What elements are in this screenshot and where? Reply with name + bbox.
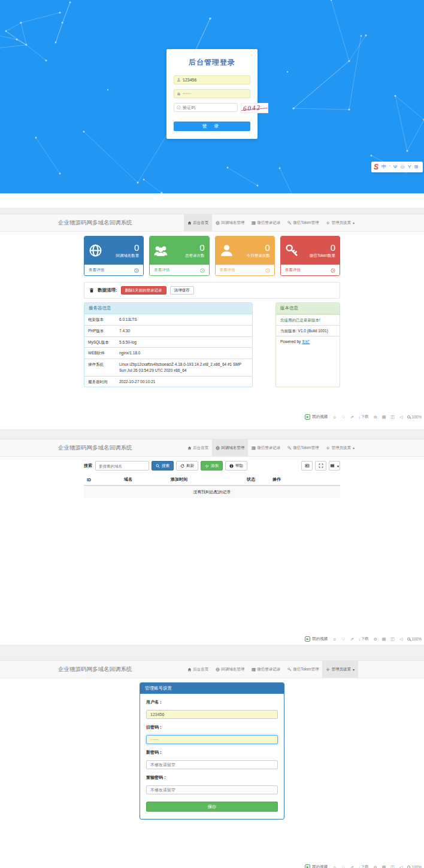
zoom-control[interactable]: 100% bbox=[407, 415, 422, 419]
stat-card-link[interactable]: 查看详情 bbox=[216, 265, 274, 275]
record-icon[interactable]: ⊖ bbox=[374, 865, 377, 868]
play-icon[interactable]: ▶ bbox=[305, 414, 310, 420]
heart-icon[interactable]: ♡ bbox=[341, 415, 345, 420]
username-input[interactable] bbox=[183, 78, 250, 82]
list-icon[interactable]: ▤ bbox=[382, 865, 386, 868]
nav-item-admin-settings[interactable]: 管理员设置▾ bbox=[322, 439, 358, 456]
nav-item-domains[interactable]: 回调域名管理 bbox=[212, 439, 248, 456]
record-icon[interactable]: ⊖ bbox=[374, 415, 377, 420]
username-field-wrap bbox=[174, 75, 250, 84]
nav-item-token[interactable]: 微信Token管理 bbox=[284, 439, 322, 456]
table-row: 操作系统Linux iZbp12cxaffzv4bcboeaciZ 4.18.0… bbox=[84, 359, 252, 377]
columns-button[interactable]: ▾ bbox=[329, 461, 340, 471]
nav-item-home[interactable]: 后台首页 bbox=[184, 661, 212, 678]
heart-icon[interactable]: ♡ bbox=[341, 637, 345, 642]
ime-keyboard-icon[interactable]: ▭ bbox=[400, 165, 405, 169]
nav-item-token[interactable]: 微信Token管理 bbox=[284, 661, 322, 678]
stat-card-link[interactable]: 查看详情 bbox=[281, 265, 340, 275]
play-icon[interactable]: ▶ bbox=[305, 864, 310, 868]
captcha-input[interactable] bbox=[183, 105, 237, 110]
ime-punct-icon[interactable]: ’ bbox=[389, 165, 390, 169]
ime-skin-icon[interactable]: Y bbox=[408, 165, 411, 169]
nav-item-login-records[interactable]: 微信登录记录 bbox=[248, 214, 284, 231]
powered-by-link[interactable]: 彩虹 bbox=[302, 339, 310, 344]
server-info-panel: 服务器信息 框架版本6.0.13LTS PHP版本7.4.30 MySQL版本5… bbox=[84, 302, 253, 387]
heart-icon[interactable]: ♡ bbox=[341, 865, 345, 868]
copy-icon[interactable]: ◫ bbox=[390, 415, 395, 420]
rocket-icon[interactable]: ⇗ bbox=[350, 865, 354, 868]
copy-icon[interactable]: ◫ bbox=[390, 865, 395, 868]
nav-item-domains[interactable]: 回调域名管理 bbox=[212, 661, 248, 678]
speaker-icon[interactable]: ◁ bbox=[399, 865, 402, 868]
speaker-icon[interactable]: ◁ bbox=[399, 415, 402, 420]
nav-item-token[interactable]: 微信Token管理 bbox=[284, 214, 322, 231]
captcha-image[interactable]: 6042 bbox=[241, 103, 268, 113]
clear-cache-button[interactable]: 清理缓存 bbox=[170, 286, 194, 295]
download-button[interactable]: ↓下载 bbox=[359, 414, 369, 420]
speaker-icon[interactable]: ◁ bbox=[399, 637, 402, 642]
nav-item-home[interactable]: 后台首页 bbox=[184, 214, 212, 231]
delete-old-logins-button[interactable]: 删除1天前的登录记录 bbox=[121, 286, 166, 295]
nav-item-home[interactable]: 后台首页 bbox=[184, 439, 212, 456]
zoom-control[interactable]: 100% bbox=[407, 637, 422, 641]
play-icon[interactable]: ▶ bbox=[305, 636, 310, 642]
magnifier-icon bbox=[407, 415, 410, 418]
key-icon bbox=[287, 221, 292, 225]
download-button[interactable]: ↓下载 bbox=[359, 864, 369, 868]
trash-icon bbox=[89, 288, 94, 293]
user-icon bbox=[220, 244, 234, 257]
help-button[interactable]: 帮助 bbox=[225, 461, 247, 471]
info-panels: 服务器信息 框架版本6.0.13LTS PHP版本7.4.30 MySQL版本5… bbox=[84, 302, 340, 387]
search-button[interactable]: 搜索 bbox=[152, 461, 174, 471]
stat-card-link[interactable]: 查看详情 bbox=[150, 265, 208, 275]
rocket-icon[interactable]: ⇗ bbox=[350, 637, 354, 642]
version-info-title: 版本信息 bbox=[276, 303, 340, 314]
recorder-label[interactable]: 我的视频 bbox=[312, 864, 328, 868]
emoji-icon[interactable]: ☺ bbox=[332, 865, 337, 868]
nav-item-admin-settings[interactable]: 管理员设置▾ bbox=[322, 214, 358, 231]
stat-card-link[interactable]: 查看详情 bbox=[84, 265, 143, 275]
emoji-icon[interactable]: ☺ bbox=[332, 415, 337, 419]
add-button[interactable]: 添加 bbox=[201, 461, 223, 471]
new-password-field[interactable] bbox=[146, 760, 278, 769]
nav-item-login-records[interactable]: 微信登录记录 bbox=[248, 661, 284, 678]
ime-toolbox-icon[interactable]: ⊞ bbox=[414, 165, 418, 169]
toggle-view-button[interactable] bbox=[301, 461, 313, 471]
emoji-icon[interactable]: ☺ bbox=[332, 637, 337, 641]
download-button[interactable]: ↓下载 bbox=[359, 636, 369, 642]
search-input[interactable] bbox=[95, 461, 149, 471]
rocket-icon[interactable]: ⇗ bbox=[350, 415, 354, 420]
ime-lang-icon[interactable]: 中 bbox=[381, 165, 386, 169]
refresh-button[interactable]: 刷新 bbox=[176, 461, 198, 471]
login-button[interactable]: 登 录 bbox=[174, 122, 250, 131]
fullscreen-button[interactable] bbox=[315, 461, 326, 471]
brand[interactable]: 企业猫源码网多域名回调系统 bbox=[58, 219, 132, 227]
column-header-domain: 域名 bbox=[121, 474, 168, 485]
ime-mic-icon[interactable]: Ψ bbox=[393, 165, 398, 169]
recorder-label[interactable]: 我的视频 bbox=[312, 414, 328, 420]
nav-item-domains[interactable]: 回调域名管理 bbox=[212, 214, 248, 231]
version-info-panel: 版本信息 您使用的已是最新版本! 当前版本: V1.0 (Build 1001)… bbox=[275, 302, 340, 387]
columns-icon bbox=[330, 463, 335, 468]
zoom-control[interactable]: 100% bbox=[407, 865, 422, 868]
section-divider bbox=[0, 208, 424, 214]
page: 后台管理登录 6042 登 录 bbox=[0, 0, 424, 868]
repeat-password-field[interactable] bbox=[146, 785, 278, 794]
ime-logo[interactable]: S bbox=[374, 163, 378, 171]
navbar-settings: 企业猫源码网多域名回调系统 后台首页 回调域名管理 微信登录记录 微信Token… bbox=[0, 660, 424, 678]
brand[interactable]: 企业猫源码网多域名回调系统 bbox=[58, 444, 132, 452]
save-button[interactable]: 保存 bbox=[146, 802, 278, 812]
nav-item-admin-settings[interactable]: 管理员设置▾ bbox=[322, 661, 358, 678]
old-password-field[interactable] bbox=[146, 735, 278, 744]
refresh-icon bbox=[180, 464, 184, 468]
recorder-label[interactable]: 我的视频 bbox=[312, 636, 328, 642]
record-icon[interactable]: ⊖ bbox=[374, 637, 377, 642]
brand[interactable]: 企业猫源码网多域名回调系统 bbox=[58, 666, 132, 673]
copy-icon[interactable]: ◫ bbox=[390, 637, 395, 642]
nav-item-login-records[interactable]: 微信登录记录 bbox=[248, 439, 284, 456]
password-input[interactable] bbox=[183, 92, 250, 96]
list-icon[interactable]: ▤ bbox=[382, 415, 386, 420]
list-icon[interactable]: ▤ bbox=[382, 637, 386, 642]
column-header-status: 状态 bbox=[244, 474, 269, 485]
username-field[interactable] bbox=[146, 710, 278, 719]
